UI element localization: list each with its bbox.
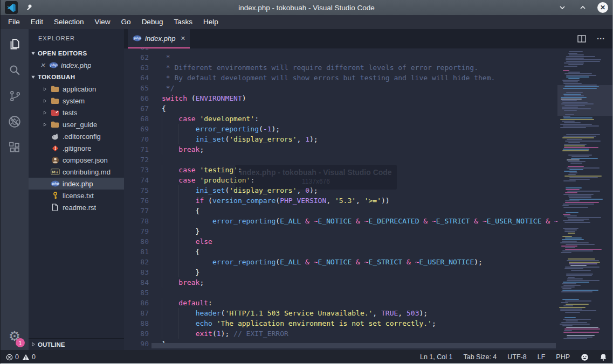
minimap-line bbox=[562, 239, 584, 240]
code-line-73[interactable]: 73 case 'testing': bbox=[124, 165, 559, 175]
minimap-line bbox=[564, 328, 600, 330]
code-line-85[interactable]: 85 bbox=[124, 288, 559, 298]
code-line-71[interactable]: 71 break; bbox=[124, 144, 559, 155]
code-line-69[interactable]: 69 error_reporting(-1); bbox=[124, 124, 559, 134]
code-line-88[interactable]: 88 echo 'The application environment is … bbox=[124, 318, 559, 328]
menu-item-help[interactable]: Help bbox=[198, 15, 224, 29]
open-editor-index-php[interactable]: ✕ php index.php bbox=[29, 59, 124, 71]
tree-item-license-txt[interactable]: license.txt bbox=[29, 190, 124, 201]
tree-item-composer-json[interactable]: composer.json bbox=[29, 154, 124, 166]
code-line-68[interactable]: 68 case 'development': bbox=[124, 114, 559, 124]
menu-item-selection[interactable]: Selection bbox=[49, 15, 89, 29]
tree-item-contributing-md[interactable]: M↓contributing.md bbox=[29, 166, 124, 178]
code-line-86[interactable]: 86 default: bbox=[124, 298, 559, 308]
minimap-line bbox=[563, 149, 589, 150]
menu-item-tasks[interactable]: Tasks bbox=[168, 15, 198, 29]
activity-explorer-button[interactable] bbox=[1, 31, 29, 57]
activity-source-control-button[interactable] bbox=[1, 83, 29, 109]
line-number: 79 bbox=[124, 226, 149, 236]
close-window-icon[interactable]: ✕ bbox=[597, 2, 608, 13]
tree-item-editorconfig[interactable]: .editorconfig bbox=[29, 130, 124, 142]
more-actions-icon[interactable]: ··· bbox=[597, 37, 605, 41]
status-tab-size-4[interactable]: Tab Size: 4 bbox=[463, 353, 497, 361]
open-editors-header[interactable]: OPEN EDITORS bbox=[29, 47, 124, 59]
code-line-63[interactable]: 63 * Different environments will require… bbox=[124, 62, 559, 73]
code-line-82[interactable]: 82 error_reporting(E_ALL & ~E_NOTICE & ~… bbox=[124, 257, 559, 267]
pin-icon[interactable] bbox=[24, 3, 33, 12]
tree-item-application[interactable]: application bbox=[29, 83, 124, 95]
code-line-64[interactable]: 64 * By default development will show er… bbox=[124, 73, 559, 83]
menu-item-debug[interactable]: Debug bbox=[136, 15, 169, 29]
code-line-67[interactable]: 67{ bbox=[124, 103, 559, 114]
code-line-81[interactable]: 81 { bbox=[124, 247, 559, 257]
close-tab-icon[interactable]: ✕ bbox=[181, 35, 185, 42]
minimap-line bbox=[565, 192, 577, 193]
minimap-line bbox=[560, 124, 592, 125]
code-line-87[interactable]: 87 header('HTTP/1.1 503 Service Unavaila… bbox=[124, 308, 559, 318]
indent-guide bbox=[162, 185, 162, 195]
outline-section-header[interactable]: OUTLINE bbox=[29, 338, 124, 350]
minimap-line bbox=[571, 270, 591, 271]
code-line-66[interactable]: 66switch (ENVIRONMENT) bbox=[124, 93, 559, 103]
code-line-61[interactable]: 61 * bbox=[124, 48, 559, 52]
code-line-77[interactable]: 77 { bbox=[124, 206, 559, 216]
notifications-bell-icon[interactable] bbox=[600, 353, 607, 361]
code-editor[interactable]: 61 *62 *63 * Different environments will… bbox=[124, 48, 612, 350]
indent-guide bbox=[162, 134, 162, 144]
code-line-70[interactable]: 70 ini_set('display_errors', 1); bbox=[124, 134, 559, 144]
menu-item-file[interactable]: File bbox=[3, 15, 25, 29]
settings-button[interactable]: ⚙ 1 bbox=[1, 323, 29, 349]
code-line-74[interactable]: 74 case 'production': bbox=[124, 175, 559, 185]
project-folder-header[interactable]: TOKOBUAH bbox=[29, 71, 124, 83]
indent-guide bbox=[162, 226, 162, 236]
code-line-65[interactable]: 65 */ bbox=[124, 83, 559, 93]
code-line-72[interactable]: 72 bbox=[124, 155, 559, 165]
minimize-icon[interactable] bbox=[556, 2, 568, 13]
vscode-logo-icon bbox=[5, 1, 18, 14]
menu-item-edit[interactable]: Edit bbox=[25, 15, 49, 29]
menu-item-view[interactable]: View bbox=[89, 15, 116, 29]
minimap-line bbox=[565, 202, 599, 203]
status-php[interactable]: PHP bbox=[556, 353, 570, 361]
problems-summary[interactable]: 0 0 bbox=[6, 353, 36, 361]
line-number: 81 bbox=[124, 247, 149, 257]
minimap-line bbox=[568, 174, 576, 175]
tree-item-tests[interactable]: tests bbox=[29, 107, 124, 118]
activity-extensions-button[interactable] bbox=[1, 135, 29, 160]
status-lf[interactable]: LF bbox=[538, 353, 546, 361]
minimap-line bbox=[564, 229, 577, 230]
warnings-indicator[interactable]: 0 bbox=[22, 353, 36, 361]
minimap-line bbox=[563, 180, 576, 181]
code-line-80[interactable]: 80 else bbox=[124, 236, 559, 247]
status-ln-1-col-1[interactable]: Ln 1, Col 1 bbox=[420, 353, 452, 361]
code-line-75[interactable]: 75 ini_set('display_errors', 0); bbox=[124, 185, 559, 195]
menu-item-go[interactable]: Go bbox=[116, 15, 136, 29]
horizontal-scrollbar[interactable] bbox=[151, 343, 556, 348]
minimap-line bbox=[563, 194, 594, 195]
status-utf-8[interactable]: UTF-8 bbox=[507, 353, 526, 361]
tree-item-system[interactable]: system bbox=[29, 95, 124, 107]
activity-debug-button[interactable] bbox=[1, 109, 29, 135]
activity-search-button[interactable] bbox=[1, 57, 29, 83]
minimap-line bbox=[565, 312, 580, 313]
tree-item-readme-rst[interactable]: readme.rst bbox=[29, 201, 124, 213]
minimap-line bbox=[567, 337, 593, 338]
minimap-line bbox=[567, 159, 580, 160]
code-line-83[interactable]: 83 } bbox=[124, 267, 559, 277]
code-line-89[interactable]: 89 exit(1); // EXIT_ERROR bbox=[124, 328, 559, 339]
minimap[interactable] bbox=[557, 48, 612, 350]
tree-item-user_guide[interactable]: user_guide bbox=[29, 118, 124, 130]
feedback-smiley-icon[interactable] bbox=[581, 353, 589, 361]
close-editor-icon[interactable]: ✕ bbox=[39, 62, 46, 69]
code-line-62[interactable]: 62 * bbox=[124, 52, 559, 62]
code-line-78[interactable]: 78 error_reporting(E_ALL & ~E_NOTICE & ~… bbox=[124, 216, 559, 226]
tree-item-index-php[interactable]: phpindex.php bbox=[29, 178, 124, 190]
code-line-76[interactable]: 76 if (version_compare(PHP_VERSION, '5.3… bbox=[124, 195, 559, 206]
code-line-84[interactable]: 84 break; bbox=[124, 277, 559, 288]
tree-item-gitignore[interactable]: .gitignore bbox=[29, 142, 124, 154]
maximize-icon[interactable] bbox=[577, 2, 589, 13]
tab-index-php[interactable]: php index.php ✕ bbox=[128, 29, 190, 48]
split-editor-icon[interactable] bbox=[577, 35, 586, 43]
code-line-79[interactable]: 79 } bbox=[124, 226, 559, 236]
errors-indicator[interactable]: 0 bbox=[6, 353, 19, 361]
